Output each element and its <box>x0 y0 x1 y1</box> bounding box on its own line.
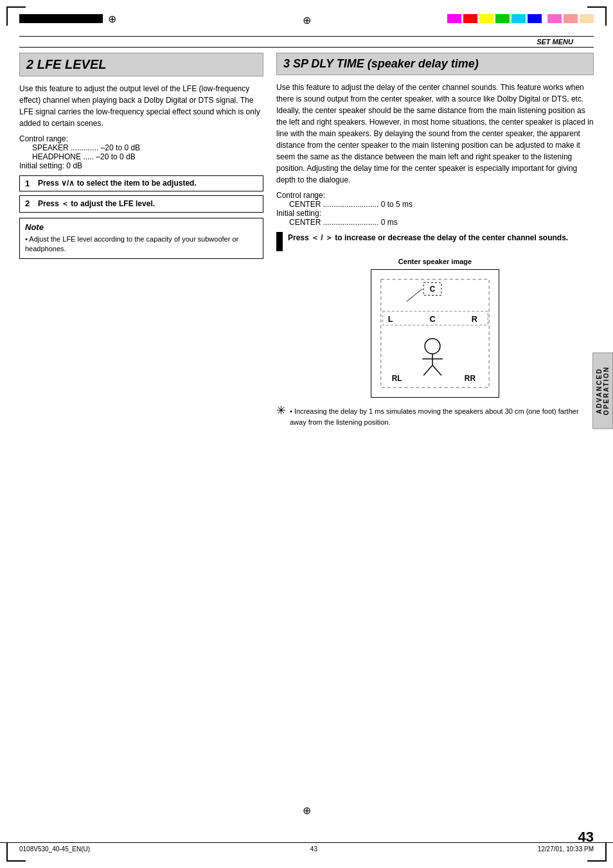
color-bar-cyan <box>511 14 526 23</box>
footer-left: 0108V530_40-45_EN(U) <box>19 846 90 853</box>
note-box: Note • Adjust the LFE level according to… <box>19 218 263 259</box>
section2-initial-setting: Initial setting: 0 dB <box>19 161 82 170</box>
svg-text:RR: RR <box>465 374 476 383</box>
main-content: 2 LFE LEVEL Use this feature to adjust t… <box>0 53 613 427</box>
side-tab-line1: ADVANCED <box>596 368 603 414</box>
section2-body1: Use this feature to adjust the output le… <box>19 83 263 129</box>
section2-control-range-label: Control range: <box>19 134 68 143</box>
bottom-crosshair: ⊕ <box>303 804 311 817</box>
page-wrapper: ⊕ SET MENU 2 LFE LEVEL Use this feature … <box>0 0 613 868</box>
color-bar-pink2 <box>564 14 578 23</box>
speaker-image-container: Center speaker image C L C <box>276 258 594 400</box>
note-title: Note <box>25 222 258 232</box>
left-black-bar <box>19 14 103 23</box>
section3-control-range-label: Control range: <box>276 191 325 200</box>
corner-mark-tr <box>587 6 607 26</box>
press-instruction: Press ＜ / ＞ to increase or decrease the … <box>276 232 594 251</box>
step1-text: Press ∨/∧ to select the item to be adjus… <box>38 179 197 188</box>
tip-text: • Increasing the delay by 1 ms simulates… <box>290 406 594 427</box>
section3-initial-setting-label: Initial setting: <box>276 209 321 218</box>
svg-text:RL: RL <box>392 374 402 383</box>
section2-column: 2 LFE LEVEL Use this feature to adjust t… <box>19 53 263 427</box>
color-bar-magenta <box>447 14 461 23</box>
footer-right: 12/27/01, 10:33 PM <box>538 846 594 853</box>
svg-text:L: L <box>388 314 393 324</box>
color-bar-blue <box>528 14 542 23</box>
step2-text: Press ＜ to adjust the LFE level. <box>38 199 155 209</box>
speaker-image-label: Center speaker image <box>276 258 594 265</box>
step2-number: 2 <box>25 199 35 208</box>
side-tab-text: ADVANCED OPERATION <box>596 366 610 416</box>
page-footer: 0108V530_40-45_EN(U) 43 12/27/01, 10:33 … <box>0 842 613 855</box>
side-tab-line2: OPERATION <box>603 366 610 416</box>
press-block-marker <box>276 232 283 251</box>
header-right <box>447 14 594 23</box>
svg-line-11 <box>423 366 432 376</box>
section3-header: 3 SP DLY TIME (speaker delay time) <box>276 53 594 75</box>
section3-center-initial: CENTER .......................... 0 ms <box>289 218 398 227</box>
color-bar-green <box>495 14 510 23</box>
color-bar-red <box>463 14 477 23</box>
tip-section: ✳ • Increasing the delay by 1 ms simulat… <box>276 406 594 427</box>
section2-title: 2 LFE LEVEL <box>26 57 106 71</box>
footer-center: 43 <box>310 846 317 853</box>
set-menu-bar: SET MENU <box>19 36 594 48</box>
color-bar-pink1 <box>547 14 562 23</box>
section2-headphone-range: HEADPHONE ..... –20 to 0 dB <box>32 152 136 161</box>
color-bar-yellow <box>479 14 493 23</box>
top-crosshair: ⊕ <box>303 14 311 26</box>
note-text: • Adjust the LFE level according to the … <box>25 235 258 254</box>
step1-number: 1 <box>25 179 35 188</box>
header-left: ⊕ <box>19 13 116 25</box>
svg-point-8 <box>425 339 440 354</box>
svg-line-12 <box>432 366 441 376</box>
svg-text:C: C <box>429 314 435 324</box>
section3-column: 3 SP DLY TIME (speaker delay time) Use t… <box>276 53 594 427</box>
corner-mark-tl <box>6 6 26 26</box>
section3-body1: Use this feature to adjust the delay of … <box>276 82 594 186</box>
speaker-diagram-svg: C L C R <box>371 269 499 398</box>
side-tab: ADVANCED OPERATION <box>592 353 613 429</box>
tip-icon: ✳ <box>276 405 286 416</box>
bar-gap <box>544 14 546 23</box>
press-text: Press ＜ / ＞ to increase or decrease the … <box>288 232 568 244</box>
section3-title: 3 SP DLY TIME (speaker delay time) <box>283 57 479 70</box>
svg-rect-0 <box>381 279 489 387</box>
svg-text:R: R <box>472 314 478 324</box>
crosshair-center: ⊕ <box>108 13 116 25</box>
set-menu-label: SET MENU <box>537 38 573 46</box>
svg-line-3 <box>406 289 422 302</box>
section2-speaker-range: SPEAKER ............. –20 to 0 dB <box>32 143 140 152</box>
section2-control-range: Control range: SPEAKER ............. –20… <box>19 134 263 170</box>
section2-header: 2 LFE LEVEL <box>19 53 263 76</box>
step2-box: 2 Press ＜ to adjust the LFE level. <box>19 195 263 213</box>
section3-control-range: Control range: CENTER ..................… <box>276 191 594 227</box>
step1-box: 1 Press ∨/∧ to select the item to be adj… <box>19 175 263 191</box>
section3-center-range: CENTER .......................... 0 to 5… <box>289 200 413 209</box>
svg-text:C: C <box>430 285 436 294</box>
